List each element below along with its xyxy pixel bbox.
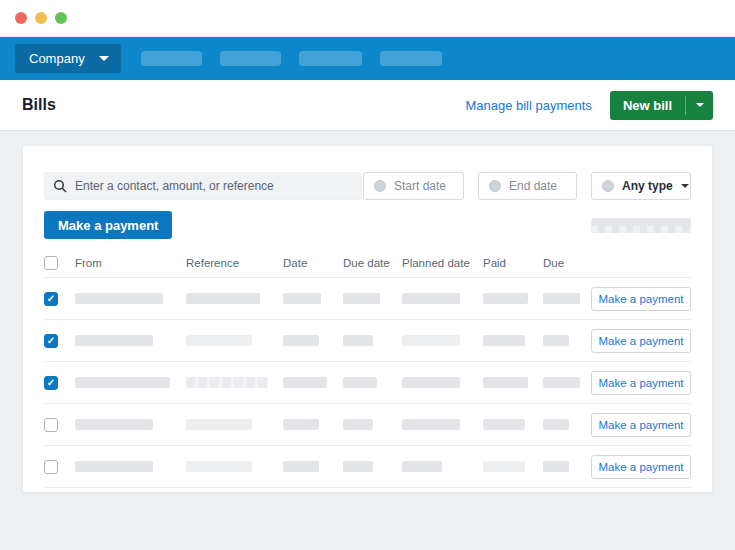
placeholder-bar [543,461,569,472]
placeholder-bar [343,335,373,346]
date-type-filters: Start date End date Any type [363,172,691,200]
make-payment-button[interactable]: Make a payment [44,211,172,239]
column-header-paid[interactable]: Paid [483,257,543,269]
placeholder-bar [283,377,327,388]
cell-paid [483,374,543,392]
cell-planned-date [402,332,483,350]
cell-due-date [343,458,402,476]
cell-due-date [343,374,402,392]
cell-date [283,458,343,476]
column-header-planned-date[interactable]: Planned date [402,257,483,269]
placeholder-bar [343,377,377,388]
cell-date [283,374,343,392]
select-all-cell [44,256,75,270]
chevron-down-icon [696,103,704,107]
cell-paid [483,416,543,434]
new-bill-button[interactable]: New bill [610,91,685,120]
cell-planned-date [402,290,483,308]
placeholder-bar [75,419,153,430]
nav-placeholder-items [141,51,442,66]
cell-date [283,416,343,434]
column-header-due[interactable]: Due [543,257,591,269]
placeholder-bar [75,461,153,472]
placeholder-bar [343,419,373,430]
start-date-input[interactable]: Start date [363,172,464,200]
placeholder-bar [283,293,321,304]
cell-from [75,458,186,476]
placeholder-bar [402,377,460,388]
row-checkbox[interactable]: ✓ [44,376,58,390]
placeholder-bar [75,293,163,304]
nav-placeholder-item[interactable] [141,51,202,66]
placeholder-bar [75,377,170,388]
placeholder-bar [343,461,373,472]
cell-from [75,332,186,350]
close-window-icon[interactable] [15,12,27,24]
placeholder-bar [543,377,580,388]
minimize-window-icon[interactable] [35,12,47,24]
cell-due-date [343,290,402,308]
column-header-due-date[interactable]: Due date [343,257,402,269]
cell-due-date [343,332,402,350]
row-checkbox[interactable] [44,460,58,474]
bills-panel: Start date End date Any type Make a paym… [22,145,713,493]
search-icon [53,179,67,193]
select-all-checkbox[interactable] [44,256,58,270]
chevron-down-icon [99,56,109,61]
search-input[interactable] [44,172,362,200]
row-checkbox[interactable] [44,418,58,432]
column-header-reference[interactable]: Reference [186,257,283,269]
column-header-from[interactable]: From [75,257,186,269]
row-make-payment-button[interactable]: Make a payment [591,329,691,353]
cell-planned-date [402,416,483,434]
manage-bill-payments-link[interactable]: Manage bill payments [465,98,591,113]
cell-due [543,290,591,308]
nav-placeholder-item[interactable] [220,51,281,66]
cell-reference [186,416,283,434]
type-placeholder-icon [602,180,614,192]
placeholder-bar [283,335,319,346]
row-make-payment-button[interactable]: Make a payment [591,455,691,479]
cell-date [283,332,343,350]
company-menu-button[interactable]: Company [15,44,121,73]
new-bill-dropdown-toggle[interactable] [686,91,713,120]
cell-planned-date [402,374,483,392]
table-header-row: From Reference Date Due date Planned dat… [44,248,691,278]
column-header-date[interactable]: Date [283,257,343,269]
bulk-action-bar: Make a payment [44,211,691,239]
placeholder-bar [483,377,528,388]
row-make-payment-button[interactable]: Make a payment [591,413,691,437]
placeholder-bar [186,419,252,430]
placeholder-bar [543,293,580,304]
nav-placeholder-item[interactable] [299,51,362,66]
placeholder-bar [186,377,268,388]
row-checkbox[interactable]: ✓ [44,334,58,348]
row-make-payment-button[interactable]: Make a payment [591,287,691,311]
cell-reference [186,458,283,476]
cell-from [75,416,186,434]
new-bill-split-button[interactable]: New bill [610,91,713,120]
cell-paid [483,332,543,350]
row-make-payment-button[interactable]: Make a payment [591,371,691,395]
cell-from [75,374,186,392]
maximize-window-icon[interactable] [55,12,67,24]
company-menu-label: Company [29,51,85,66]
nav-placeholder-item[interactable] [380,51,442,66]
placeholder-bar [483,461,525,472]
start-date-label: Start date [394,179,446,193]
filter-bar: Start date End date Any type [44,172,691,200]
cell-due [543,374,591,392]
type-filter-dropdown[interactable]: Any type [591,172,691,200]
row-checkbox[interactable]: ✓ [44,292,58,306]
page-header: Bills Manage bill payments New bill [0,80,735,131]
placeholder-bar [543,335,569,346]
placeholder-bar [483,293,528,304]
placeholder-bar [75,335,153,346]
placeholder-bar [283,461,319,472]
cell-paid [483,458,543,476]
placeholder-bar [186,335,252,346]
cell-due [543,332,591,350]
end-date-input[interactable]: End date [478,172,577,200]
search-field-wrap [44,172,362,200]
placeholder-bar [402,419,460,430]
